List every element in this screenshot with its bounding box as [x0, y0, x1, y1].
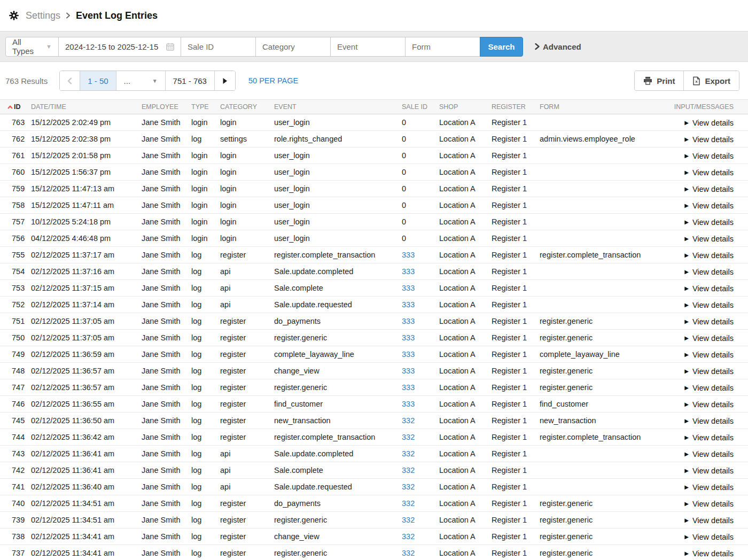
view-details-button[interactable]: ▶ View details: [684, 334, 734, 343]
cell-event: Sale.complete: [274, 466, 402, 475]
cell-event: user_login: [274, 201, 402, 209]
cell-sale-id[interactable]: 332: [402, 499, 439, 508]
column-header-form[interactable]: FORM: [540, 103, 667, 111]
view-details-button[interactable]: ▶ View details: [684, 284, 734, 293]
cell-register: Register 1: [492, 367, 540, 375]
column-header-employee[interactable]: EMPLOYEE: [142, 103, 191, 111]
column-header-id[interactable]: ID: [7, 103, 31, 111]
print-button[interactable]: Print: [635, 71, 683, 90]
advanced-link[interactable]: Advanced: [535, 42, 581, 51]
cell-input-messages: ▶ View details: [667, 267, 748, 276]
print-label: Print: [657, 76, 675, 85]
cell-sale-id[interactable]: 333: [402, 333, 439, 342]
view-details-button[interactable]: ▶ View details: [684, 384, 734, 392]
triangle-right-icon: ▶: [684, 501, 689, 507]
view-details-button[interactable]: ▶ View details: [684, 251, 734, 260]
event-input[interactable]: [331, 37, 405, 56]
cell-sale-id[interactable]: 332: [402, 549, 439, 557]
export-button[interactable]: x Export: [683, 71, 739, 90]
view-details-button[interactable]: ▶ View details: [684, 516, 734, 525]
per-page-link[interactable]: 50 PER PAGE: [248, 76, 298, 85]
cell-shop: Location A: [439, 400, 492, 408]
cell-sale-id[interactable]: 332: [402, 466, 439, 475]
cell-type: login: [191, 118, 220, 127]
page-range-first[interactable]: 1 - 50: [80, 71, 115, 90]
table-row: 746 02/12/2025 11:36:55 am Jane Smith lo…: [0, 396, 748, 413]
view-details-button[interactable]: ▶ View details: [684, 466, 734, 475]
breadcrumb-settings-link[interactable]: Settings: [26, 10, 60, 21]
cell-sale-id[interactable]: 332: [402, 483, 439, 491]
cell-datetime: 02/12/2025 11:37:15 am: [31, 284, 142, 292]
type-filter-select[interactable]: All Types ▼: [5, 37, 59, 57]
cell-sale-id[interactable]: 333: [402, 383, 439, 392]
cell-event: register.complete_transaction: [274, 433, 402, 441]
view-details-button[interactable]: ▶ View details: [684, 400, 734, 409]
cell-sale-id[interactable]: 332: [402, 516, 439, 524]
chevron-right-icon: [535, 43, 540, 50]
triangle-right-icon: ▶: [684, 336, 689, 341]
cell-type: log: [191, 416, 220, 425]
cell-sale-id[interactable]: 332: [402, 532, 439, 541]
view-details-button[interactable]: ▶ View details: [684, 235, 734, 243]
view-details-button[interactable]: ▶ View details: [684, 268, 734, 276]
view-details-button[interactable]: ▶ View details: [684, 119, 734, 127]
cell-sale-id[interactable]: 332: [402, 416, 439, 425]
view-details-button[interactable]: ▶ View details: [684, 152, 734, 160]
view-details-button[interactable]: ▶ View details: [684, 201, 734, 210]
cell-sale-id[interactable]: 332: [402, 449, 439, 458]
view-details-button[interactable]: ▶ View details: [684, 317, 734, 326]
view-details-button[interactable]: ▶ View details: [684, 500, 734, 508]
search-button[interactable]: Search: [480, 37, 523, 57]
view-details-button[interactable]: ▶ View details: [684, 367, 734, 376]
cell-sale-id[interactable]: 333: [402, 317, 439, 325]
column-header-category[interactable]: CATEGORY: [220, 103, 274, 111]
cell-sale-id[interactable]: 333: [402, 251, 439, 259]
cell-input-messages: ▶ View details: [667, 118, 748, 127]
page-range-last[interactable]: 751 - 763: [165, 71, 214, 90]
view-details-button[interactable]: ▶ View details: [684, 351, 734, 359]
column-header-shop[interactable]: SHOP: [439, 103, 492, 111]
triangle-right-icon: ▶: [684, 236, 689, 242]
view-details-button[interactable]: ▶ View details: [684, 483, 734, 492]
table-row: 755 02/12/2025 11:37:17 am Jane Smith lo…: [0, 247, 748, 263]
cell-sale-id[interactable]: 333: [402, 284, 439, 292]
column-header-sale-id[interactable]: SALE ID: [402, 103, 439, 111]
cell-category: register: [220, 416, 274, 425]
column-header-event[interactable]: EVENT: [274, 103, 402, 111]
cell-sale-id[interactable]: 333: [402, 367, 439, 375]
view-details-button[interactable]: ▶ View details: [684, 450, 734, 458]
date-range-field[interactable]: 2024-12-15 to 2025-12-15: [58, 37, 181, 57]
column-header-type[interactable]: TYPE: [191, 103, 220, 111]
next-page-button[interactable]: [214, 71, 235, 90]
cell-sale-id[interactable]: 332: [402, 433, 439, 441]
sale-id-input[interactable]: [181, 37, 255, 56]
category-input[interactable]: [256, 37, 330, 56]
cell-form: find_customer: [540, 400, 667, 408]
column-header-datetime[interactable]: DATE/TIME: [31, 103, 142, 111]
view-details-button[interactable]: ▶ View details: [684, 135, 734, 144]
cell-sale-id[interactable]: 333: [402, 350, 439, 359]
view-details-button[interactable]: ▶ View details: [684, 433, 734, 442]
advanced-label: Advanced: [543, 42, 581, 51]
cell-id: 759: [7, 184, 31, 193]
view-details-button[interactable]: ▶ View details: [684, 417, 734, 425]
cell-id: 760: [7, 168, 31, 176]
cell-id: 746: [7, 400, 31, 408]
view-details-button[interactable]: ▶ View details: [684, 168, 734, 177]
table-actions: Print x Export: [634, 71, 739, 91]
prev-page-button[interactable]: [60, 71, 80, 90]
cell-sale-id[interactable]: 333: [402, 400, 439, 408]
view-details-button[interactable]: ▶ View details: [684, 533, 734, 541]
cell-datetime: 02/12/2025 11:37:16 am: [31, 267, 142, 276]
page-range-dropdown[interactable]: ... ▼: [116, 71, 165, 90]
table-row: 762 15/12/2025 2:02:38 pm Jane Smith log…: [0, 131, 748, 147]
form-input[interactable]: [406, 37, 480, 56]
cell-sale-id[interactable]: 333: [402, 300, 439, 309]
view-details-button[interactable]: ▶ View details: [684, 301, 734, 309]
view-details-button[interactable]: ▶ View details: [684, 218, 734, 227]
cell-employee: Jane Smith: [142, 135, 191, 143]
cell-sale-id[interactable]: 333: [402, 267, 439, 276]
view-details-button[interactable]: ▶ View details: [684, 549, 734, 558]
view-details-button[interactable]: ▶ View details: [684, 185, 734, 193]
column-header-register[interactable]: REGISTER: [492, 103, 540, 111]
